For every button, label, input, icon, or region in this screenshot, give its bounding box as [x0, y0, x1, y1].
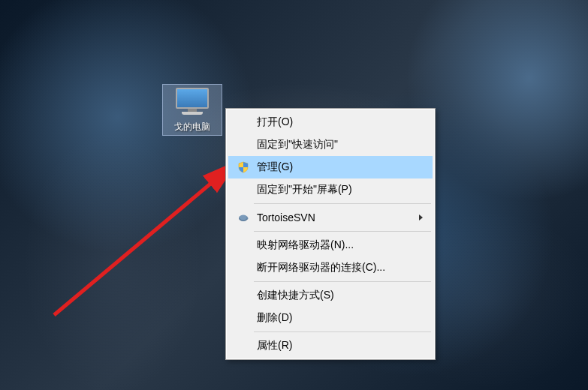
menu-separator	[254, 332, 431, 332]
menu-label: TortoiseSVN	[254, 212, 413, 224]
context-menu: 打开(O) 固定到"快速访问" 管理(G) 固定到"开始"屏幕(P)	[225, 108, 436, 360]
computer-icon	[174, 88, 210, 118]
svg-point-3	[240, 215, 247, 220]
menu-item-tortoisesvn[interactable]: TortoiseSVN	[228, 206, 433, 229]
menu-label: 属性(R)	[254, 339, 413, 352]
submenu-arrow-icon	[413, 214, 428, 220]
menu-item-properties[interactable]: 属性(R)	[228, 334, 433, 357]
menu-item-pin-start[interactable]: 固定到"开始"屏幕(P)	[228, 178, 433, 201]
menu-item-create-shortcut[interactable]: 创建快捷方式(S)	[228, 284, 433, 307]
menu-item-open[interactable]: 打开(O)	[228, 111, 433, 134]
menu-label: 映射网络驱动器(N)...	[254, 238, 413, 252]
menu-item-manage[interactable]: 管理(G)	[228, 156, 433, 178]
menu-label: 删除(D)	[254, 311, 413, 325]
menu-label: 管理(G)	[254, 160, 413, 174]
menu-item-disconnect-network-drive[interactable]: 断开网络驱动器的连接(C)...	[228, 256, 433, 279]
shield-icon	[233, 161, 254, 173]
menu-separator	[254, 281, 431, 282]
menu-item-delete[interactable]: 删除(D)	[228, 307, 433, 329]
menu-label: 固定到"开始"屏幕(P)	[254, 183, 413, 196]
menu-label: 打开(O)	[254, 116, 413, 129]
desktop-icon-label: 戈的电脑	[174, 121, 210, 134]
menu-separator	[254, 203, 431, 204]
svg-point-4	[246, 218, 249, 220]
menu-item-pin-quick-access[interactable]: 固定到"快速访问"	[228, 134, 433, 156]
menu-label: 断开网络驱动器的连接(C)...	[254, 261, 413, 274]
menu-label: 创建快捷方式(S)	[254, 289, 413, 302]
menu-item-map-network-drive[interactable]: 映射网络驱动器(N)...	[228, 234, 433, 256]
menu-label: 固定到"快速访问"	[254, 138, 413, 152]
desktop-icon-this-pc[interactable]: 戈的电脑	[162, 84, 222, 136]
tortoise-icon	[233, 212, 254, 224]
menu-separator	[254, 231, 431, 232]
